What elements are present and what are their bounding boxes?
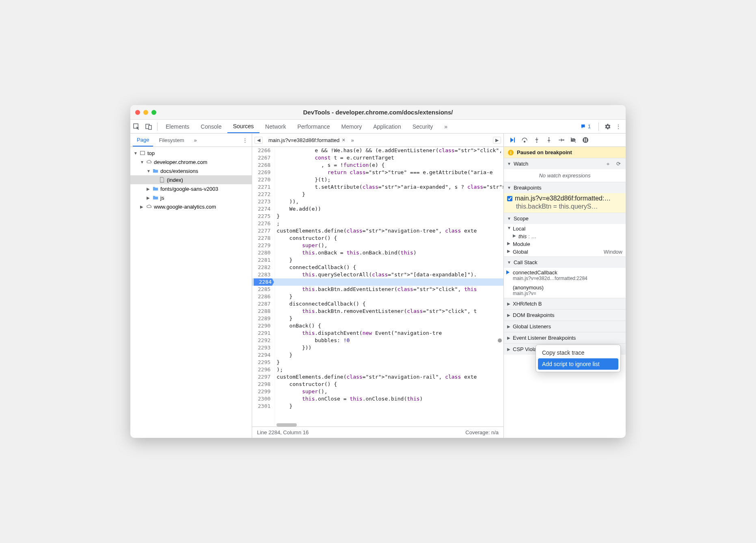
subtab-overflow[interactable]: »	[190, 134, 201, 147]
cloud-icon	[146, 159, 152, 165]
settings-icon[interactable]	[604, 123, 612, 131]
issues-badge[interactable]: 1	[578, 122, 594, 131]
xhr-breakpoints-header[interactable]: ▶ XHR/fetch B	[504, 298, 626, 309]
code-content[interactable]: e && !We.has(e) && (e.addEventListener(c…	[275, 147, 503, 427]
paused-banner: i Paused on breakpoint	[504, 147, 626, 158]
refresh-icon[interactable]: ⟳	[615, 161, 622, 167]
scope-global[interactable]: ▶ Global Window	[504, 248, 626, 256]
chevron-right-icon: ▶	[147, 196, 151, 200]
traffic-lights	[135, 110, 156, 115]
h-scrollbar-thumb[interactable]	[276, 423, 297, 427]
maximize-window-icon[interactable]	[151, 110, 156, 115]
step-over-icon[interactable]	[520, 136, 529, 144]
menu-add-ignore-list[interactable]: Add script to ignore list	[538, 358, 618, 370]
menu-copy-stack-trace[interactable]: Copy stack trace	[538, 347, 618, 358]
inspect-element-icon[interactable]	[130, 121, 143, 133]
nav-forward-icon[interactable]: ▶	[493, 137, 501, 144]
chevron-right-icon: ▶	[507, 336, 510, 340]
scope-header[interactable]: ▼ Scope	[504, 213, 626, 224]
scope-module[interactable]: ▶ Module	[504, 240, 626, 248]
navigator-more-icon[interactable]: ⋮	[241, 137, 249, 143]
svg-point-7	[549, 138, 550, 139]
separator	[157, 123, 158, 131]
tab-overflow[interactable]: »	[438, 120, 453, 133]
pause-exceptions-icon[interactable]	[581, 136, 590, 144]
svg-rect-4	[514, 138, 515, 142]
breakpoints-header[interactable]: ▼ Breakpoints	[504, 182, 626, 193]
tab-console[interactable]: Console	[195, 120, 227, 133]
callstack-header[interactable]: ▼ Call Stack	[504, 256, 626, 268]
breakpoint-item[interactable]: main.js?v=e382d86f:formatted:… this.back…	[504, 193, 626, 213]
chevron-right-icon: ▶	[507, 347, 510, 351]
section-title: XHR/fetch B	[513, 301, 542, 307]
step-out-icon[interactable]	[544, 136, 553, 144]
file-tab[interactable]: main.js?v=e382d86f:formatted ×	[265, 134, 348, 147]
tree-domain[interactable]: ▼ developer.chrome.com	[130, 157, 252, 166]
subtab-page[interactable]: Page	[133, 134, 153, 147]
chevron-right-icon: ▶	[147, 187, 151, 191]
tree-folder[interactable]: ▼ docs/extensions	[130, 166, 252, 175]
tab-performance[interactable]: Performance	[292, 120, 335, 133]
devtools-window: DevTools - developer.chrome.com/docs/ext…	[130, 105, 626, 438]
file-tab-overflow[interactable]: »	[351, 137, 354, 143]
tab-network[interactable]: Network	[259, 120, 292, 133]
minimize-window-icon[interactable]	[143, 110, 148, 115]
dom-breakpoints-header[interactable]: ▶ DOM Breakpoints	[504, 309, 626, 321]
tree-domain[interactable]: ▶ www.google-analytics.com	[130, 202, 252, 211]
global-listeners-header[interactable]: ▶ Global Listeners	[504, 321, 626, 332]
tab-sources[interactable]: Sources	[227, 120, 259, 133]
section-title: Call Stack	[514, 259, 538, 265]
event-listener-breakpoints-header[interactable]: ▶ Event Listener Breakpoints	[504, 332, 626, 343]
chevron-right-icon: ▶	[513, 233, 517, 239]
coverage-status: Coverage: n/a	[465, 429, 499, 435]
file-icon	[159, 177, 165, 183]
tab-application[interactable]: Application	[367, 120, 407, 133]
subtab-filesystem[interactable]: Filesystem	[155, 134, 188, 147]
folder-icon	[152, 168, 159, 174]
tab-elements[interactable]: Elements	[160, 120, 195, 133]
section-title: Watch	[514, 161, 528, 167]
tab-memory[interactable]: Memory	[336, 120, 368, 133]
add-watch-icon[interactable]: ＋	[604, 160, 612, 168]
step-icon[interactable]	[557, 136, 566, 144]
device-toolbar-icon[interactable]	[143, 121, 155, 133]
tab-security[interactable]: Security	[407, 120, 439, 133]
nav-back-icon[interactable]: ◀	[255, 137, 263, 144]
tree-folder[interactable]: ▶ js	[130, 193, 252, 202]
tree-file-selected[interactable]: (index)	[130, 175, 252, 184]
resume-icon[interactable]	[508, 136, 517, 144]
breakpoint-marker[interactable]: 2284	[252, 278, 274, 286]
svg-point-5	[524, 141, 525, 142]
main-toolbar: Elements Console Sources Network Perform…	[130, 120, 626, 134]
folder-icon	[152, 185, 159, 192]
navigator-tabs: Page Filesystem » ⋮	[130, 134, 252, 147]
code-editor[interactable]: 22842266 2267 2268 2269 2270 2271 2272 2…	[252, 147, 503, 427]
close-window-icon[interactable]	[135, 110, 140, 115]
svg-point-6	[536, 142, 538, 143]
stack-frame-current[interactable]: connectedCallback main.js?v=e382d…format…	[504, 268, 626, 283]
folder-icon	[152, 194, 159, 201]
tree-label: fonts/google-sans-v2003	[160, 186, 218, 192]
deactivate-breakpoints-icon[interactable]	[569, 136, 578, 144]
chevron-right-icon: ▶	[507, 241, 511, 247]
watch-empty: No watch expressions	[504, 169, 626, 182]
cursor-position: Line 2284, Column 16	[257, 429, 309, 435]
tree-top[interactable]: ▼ top	[130, 149, 252, 157]
svg-rect-13	[586, 138, 587, 142]
scope-local[interactable]: ▼ Local	[504, 225, 626, 233]
breakpoint-checkbox[interactable]	[507, 196, 512, 201]
more-icon[interactable]: ⋮	[614, 123, 622, 131]
scope-this[interactable]: ▶ this : …	[504, 233, 626, 240]
chevron-down-icon: ▼	[507, 226, 511, 232]
close-icon[interactable]: ×	[342, 137, 345, 143]
chevron-down-icon: ▼	[134, 151, 138, 155]
watch-header[interactable]: ▼ Watch ＋ ⟳	[504, 158, 626, 169]
step-into-icon[interactable]	[532, 136, 541, 144]
line-gutter[interactable]: 2266 2267 2268 2269 2270 2271 2272 2273 …	[252, 147, 275, 427]
file-tree: ▼ top ▼ developer.chrome.com ▼ docs/exte…	[130, 147, 252, 438]
debugger-toolbar	[504, 134, 626, 147]
chevron-right-icon: ▶	[507, 302, 510, 306]
tree-folder[interactable]: ▶ fonts/google-sans-v2003	[130, 184, 252, 193]
stack-frame[interactable]: (anonymous) main.js?v=	[504, 283, 626, 298]
chevron-right-icon: ▶	[507, 249, 511, 255]
